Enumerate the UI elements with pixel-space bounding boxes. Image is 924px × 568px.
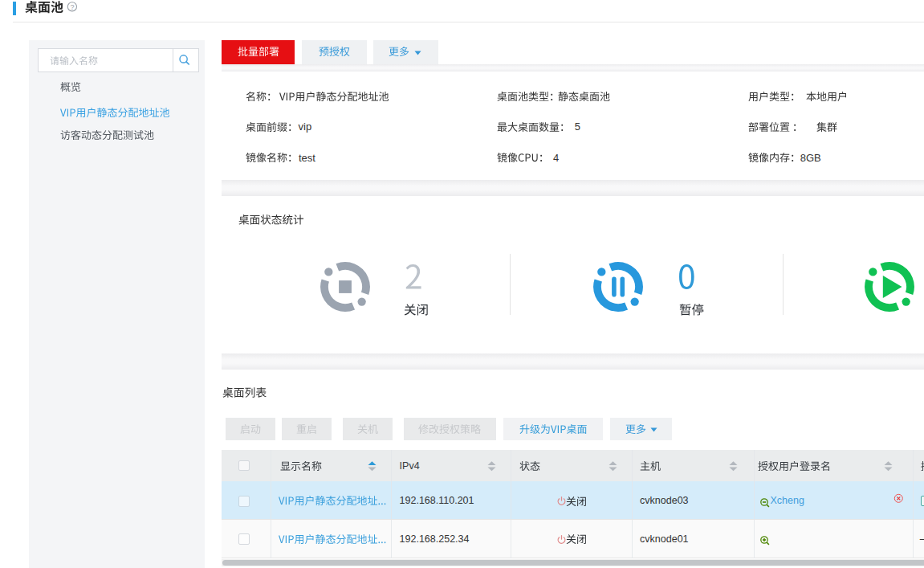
svg-text:?: ? <box>70 3 74 11</box>
